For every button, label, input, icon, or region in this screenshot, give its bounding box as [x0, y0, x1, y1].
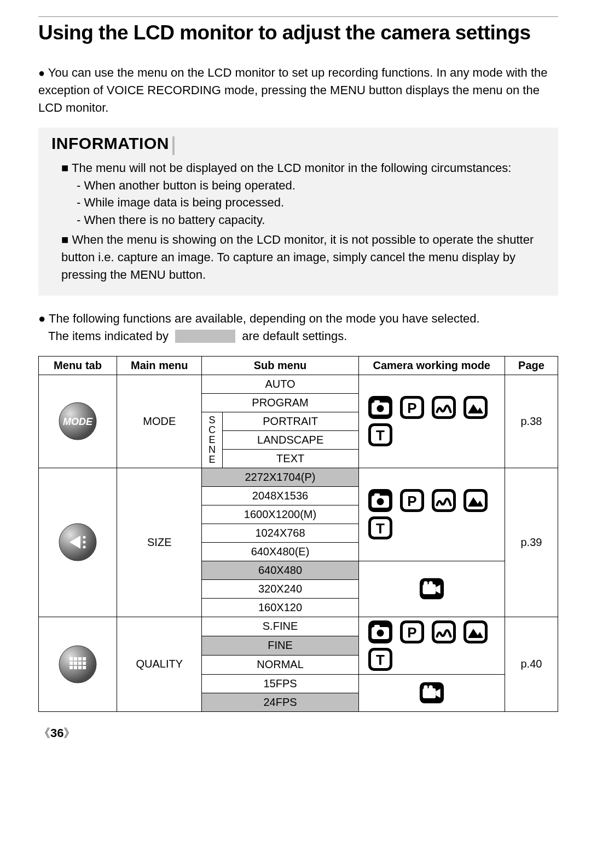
sub-menu-cell: 15FPS: [202, 674, 358, 693]
sub-menu-cell: 2048X1536: [202, 486, 358, 505]
sub-menu-cell: S.FINE: [202, 617, 358, 636]
svg-text:P: P: [407, 493, 416, 509]
svg-rect-41: [78, 657, 82, 660]
svg-rect-53: [374, 625, 380, 628]
svg-point-19: [83, 546, 86, 549]
svg-rect-39: [69, 657, 73, 660]
svg-rect-42: [83, 657, 86, 660]
square-bullet-icon: ■: [61, 161, 72, 175]
intro-paragraph: ● You can use the menu on the LCD monito…: [38, 64, 558, 117]
landscape-mountain-icon: [463, 488, 488, 513]
sub-menu-cell: PORTRAIT: [222, 412, 358, 430]
camera-mode-cell: P T: [358, 375, 505, 468]
info-item-1: The menu will not be displayed on the LC…: [72, 161, 511, 175]
defaults-paragraph: ● The following functions are available,…: [38, 310, 558, 345]
landscape-mountain-icon: [463, 620, 488, 644]
sub-menu-cell: PROGRAM: [202, 393, 358, 412]
table-row: MODE MODE AUTO P T p.38: [39, 375, 558, 393]
bullet-icon: ●: [38, 312, 45, 325]
info-item-1-sub-1: - When another button is being operated.: [61, 177, 545, 194]
default-swatch: [175, 330, 235, 343]
text-t-icon: T: [368, 423, 393, 447]
info-item-1-sub-3: - When there is no battery capacity.: [61, 211, 545, 229]
tab-icon-cell: [39, 617, 117, 711]
svg-rect-22: [374, 493, 380, 497]
camera-icon: [368, 395, 393, 419]
page-title: Using the LCD monitor to adjust the came…: [38, 21, 558, 44]
program-p-icon: P: [399, 488, 425, 513]
camera-icon: [368, 488, 393, 513]
sub-menu-cell-default: FINE: [202, 636, 358, 655]
camera-mode-cell: [358, 674, 505, 711]
svg-point-5: [376, 405, 384, 412]
svg-rect-4: [374, 400, 380, 404]
svg-text:P: P: [407, 400, 416, 416]
th-sub-menu: Sub menu: [202, 356, 358, 375]
menu-table: Menu tab Main menu Sub menu Camera worki…: [38, 356, 558, 712]
size-tab-icon: [57, 522, 98, 562]
svg-rect-59: [434, 623, 453, 641]
sub-menu-cell: LANDSCAPE: [222, 430, 358, 449]
camera-mode-cell: P T: [358, 617, 505, 674]
bullet-icon: ●: [38, 67, 45, 79]
information-list: ■ The menu will not be displayed on the …: [51, 159, 545, 284]
th-camera-mode: Camera working mode: [358, 356, 505, 375]
svg-point-17: [83, 536, 86, 539]
program-p-icon: P: [399, 620, 425, 644]
svg-rect-50: [83, 666, 86, 669]
program-p-icon: P: [399, 395, 425, 419]
camera-mode-cell: [358, 561, 505, 617]
sub-menu-cell: 160X120: [202, 598, 358, 617]
th-page: Page: [505, 356, 558, 375]
tab-icon-cell: [39, 468, 117, 617]
svg-rect-48: [74, 666, 77, 669]
table-row: SIZE 2272X1704(P) P T p.39: [39, 468, 558, 486]
svg-point-67: [424, 685, 427, 689]
main-menu-cell: MODE: [117, 375, 202, 468]
page-number: 《36》: [38, 725, 558, 741]
th-menu-tab: Menu tab: [39, 356, 117, 375]
svg-rect-10: [434, 399, 453, 416]
page-cell: p.40: [505, 617, 558, 711]
main-menu-cell: SIZE: [117, 468, 202, 617]
movie-icon: [419, 681, 444, 705]
info-item-2: When the menu is showing on the LCD moni…: [61, 233, 534, 281]
sub-menu-cell: AUTO: [202, 375, 358, 393]
information-box: INFORMATION ■ The menu will not be displ…: [38, 128, 558, 296]
th-main-menu: Main menu: [117, 356, 202, 375]
svg-text:T: T: [376, 520, 385, 537]
svg-rect-49: [78, 666, 82, 669]
svg-point-36: [424, 581, 427, 585]
sub-menu-cell: 1600X1200(M): [202, 505, 358, 524]
defaults-pre: The items indicated by: [48, 329, 169, 343]
svg-text:MODE: MODE: [63, 416, 93, 427]
text-t-icon: T: [368, 647, 393, 671]
bracket-icon: 》: [63, 726, 76, 740]
svg-point-23: [376, 498, 384, 505]
svg-point-38: [59, 646, 96, 683]
svg-rect-40: [74, 657, 77, 660]
sub-menu-cell: 1024X768: [202, 524, 358, 542]
tab-icon-cell: MODE: [39, 375, 117, 468]
camera-mode-cell: P T: [358, 468, 505, 561]
sub-menu-cell: 640X480(E): [202, 542, 358, 561]
svg-rect-44: [74, 662, 77, 665]
movie-icon: [419, 577, 444, 601]
sub-menu-cell: TEXT: [222, 449, 358, 468]
svg-text:P: P: [407, 624, 416, 641]
sub-menu-cell: NORMAL: [202, 655, 358, 674]
svg-rect-46: [83, 662, 86, 665]
page-cell: p.39: [505, 468, 558, 617]
defaults-lead: The following functions are available, d…: [49, 312, 480, 325]
svg-point-68: [428, 685, 432, 689]
sub-menu-cell-default: 640X480: [202, 561, 358, 579]
svg-rect-43: [69, 662, 73, 665]
mode-tab-icon: MODE: [57, 401, 98, 441]
information-heading: INFORMATION: [51, 134, 172, 153]
sub-menu-cell-default: 24FPS: [202, 693, 358, 711]
scene-icon: [431, 488, 456, 513]
page-cell: p.38: [505, 375, 558, 468]
quality-tab-icon: [57, 644, 98, 685]
svg-rect-47: [69, 666, 73, 669]
scene-icon: [431, 395, 456, 419]
